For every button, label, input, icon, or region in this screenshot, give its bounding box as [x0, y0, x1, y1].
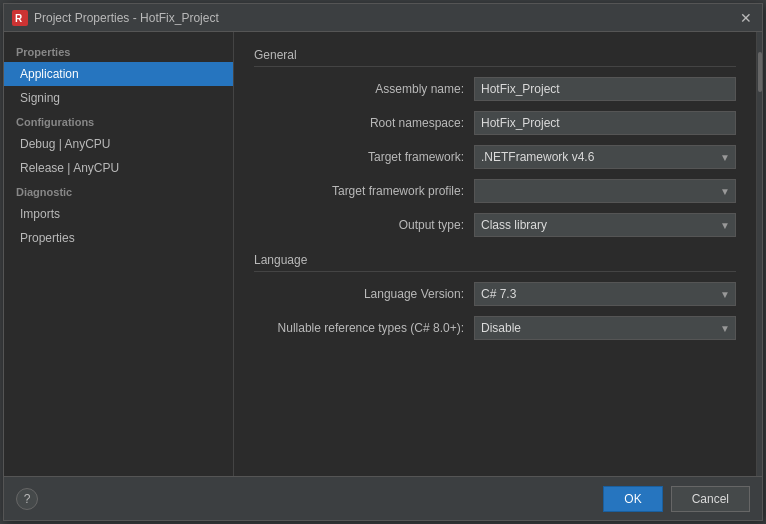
output-type-row: Output type: Class library Console Appli…: [254, 213, 736, 237]
sidebar-item-application[interactable]: Application: [4, 62, 233, 86]
assembly-name-row: Assembly name:: [254, 77, 736, 101]
app-logo: R: [12, 10, 28, 26]
action-buttons: OK Cancel: [603, 486, 750, 512]
title-bar: R Project Properties - HotFix_Project ✕: [4, 4, 762, 32]
nullable-select-wrapper: Disable Enable Warnings Annotations ▼: [474, 316, 736, 340]
assembly-name-label: Assembly name:: [254, 82, 474, 96]
close-button[interactable]: ✕: [738, 10, 754, 26]
nullable-label: Nullable reference types (C# 8.0+):: [254, 321, 474, 335]
bottom-bar: ? OK Cancel: [4, 476, 762, 520]
content-area: Properties Application Signing Configura…: [4, 32, 762, 476]
sidebar-item-release[interactable]: Release | AnyCPU: [4, 156, 233, 180]
assembly-name-input[interactable]: [474, 77, 736, 101]
root-namespace-row: Root namespace:: [254, 111, 736, 135]
scrollbar[interactable]: [756, 32, 762, 476]
scrollbar-thumb: [758, 52, 762, 92]
sidebar-section-properties: Properties: [4, 40, 233, 62]
target-framework-profile-row: Target framework profile: ▼: [254, 179, 736, 203]
language-version-row: Language Version: C# 7.3 C# 8.0 C# 9.0 ▼: [254, 282, 736, 306]
target-framework-label: Target framework:: [254, 150, 474, 164]
nullable-row: Nullable reference types (C# 8.0+): Disa…: [254, 316, 736, 340]
target-framework-profile-select[interactable]: [474, 179, 736, 203]
help-button[interactable]: ?: [16, 488, 38, 510]
target-framework-profile-label: Target framework profile:: [254, 184, 474, 198]
root-namespace-input[interactable]: [474, 111, 736, 135]
sidebar-section-diagnostic: Diagnostic: [4, 180, 233, 202]
target-framework-row: Target framework: .NETFramework v4.6 ▼: [254, 145, 736, 169]
language-version-select[interactable]: C# 7.3 C# 8.0 C# 9.0: [474, 282, 736, 306]
main-panel: General Assembly name: Root namespace: T…: [234, 32, 756, 476]
sidebar-section-configurations: Configurations: [4, 110, 233, 132]
target-framework-select-wrapper: .NETFramework v4.6 ▼: [474, 145, 736, 169]
general-section-title: General: [254, 48, 736, 67]
target-framework-select[interactable]: .NETFramework v4.6: [474, 145, 736, 169]
sidebar-item-properties[interactable]: Properties: [4, 226, 233, 250]
cancel-button[interactable]: Cancel: [671, 486, 750, 512]
root-namespace-label: Root namespace:: [254, 116, 474, 130]
dialog: R Project Properties - HotFix_Project ✕ …: [3, 3, 763, 521]
output-type-label: Output type:: [254, 218, 474, 232]
language-version-label: Language Version:: [254, 287, 474, 301]
dialog-title: Project Properties - HotFix_Project: [34, 11, 738, 25]
target-framework-profile-select-wrapper: ▼: [474, 179, 736, 203]
language-version-select-wrapper: C# 7.3 C# 8.0 C# 9.0 ▼: [474, 282, 736, 306]
sidebar-item-imports[interactable]: Imports: [4, 202, 233, 226]
sidebar-item-signing[interactable]: Signing: [4, 86, 233, 110]
svg-text:R: R: [15, 13, 23, 24]
output-type-select[interactable]: Class library Console Application Window…: [474, 213, 736, 237]
nullable-select[interactable]: Disable Enable Warnings Annotations: [474, 316, 736, 340]
sidebar-item-debug[interactable]: Debug | AnyCPU: [4, 132, 233, 156]
output-type-select-wrapper: Class library Console Application Window…: [474, 213, 736, 237]
sidebar: Properties Application Signing Configura…: [4, 32, 234, 476]
ok-button[interactable]: OK: [603, 486, 662, 512]
language-section-title: Language: [254, 253, 736, 272]
